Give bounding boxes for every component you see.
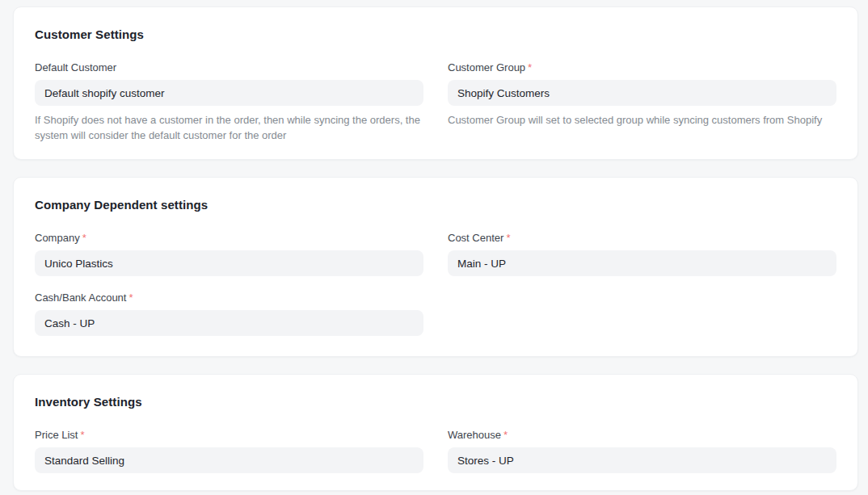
required-marker: * — [504, 429, 508, 441]
company-settings-grid-row2: Cash/Bank Account* — [35, 292, 836, 336]
default-customer-help: If Shopify does not have a customer in t… — [35, 112, 423, 143]
field-cash-bank-account: Cash/Bank Account* — [35, 292, 423, 336]
warehouse-input[interactable] — [448, 447, 836, 473]
cost-center-input[interactable] — [448, 250, 836, 276]
required-marker: * — [80, 429, 84, 441]
company-dependent-settings-card: Company Dependent settings Company* Cost… — [13, 177, 858, 357]
field-warehouse: Warehouse* — [448, 429, 836, 473]
price-list-input[interactable] — [35, 447, 423, 473]
cash-bank-account-input[interactable] — [35, 310, 423, 336]
company-settings-grid-row1: Company* Cost Center* — [35, 232, 836, 276]
required-marker: * — [129, 292, 133, 304]
default-customer-label: Default Customer — [35, 61, 116, 73]
price-list-label: Price List — [35, 429, 78, 441]
field-default-customer: Default Customer If Shopify does not hav… — [35, 61, 423, 143]
required-marker: * — [82, 232, 86, 244]
field-customer-group: Customer Group* Customer Group will set … — [448, 61, 836, 143]
customer-group-help: Customer Group will set to selected grou… — [448, 112, 836, 128]
customer-settings-grid: Default Customer If Shopify does not hav… — [35, 61, 836, 143]
company-input[interactable] — [35, 250, 423, 276]
customer-group-input[interactable] — [448, 80, 836, 106]
field-cost-center: Cost Center* — [448, 232, 836, 276]
cash-bank-account-label: Cash/Bank Account — [35, 292, 126, 304]
required-marker: * — [506, 232, 510, 244]
inventory-settings-title: Inventory Settings — [35, 395, 836, 409]
field-price-list: Price List* — [35, 429, 423, 473]
customer-group-label: Customer Group — [448, 61, 525, 73]
customer-settings-title: Customer Settings — [35, 27, 836, 42]
inventory-settings-grid: Price List* Warehouse* — [35, 429, 836, 473]
settings-page: Customer Settings Default Customer If Sh… — [0, 0, 868, 495]
warehouse-label: Warehouse — [448, 429, 501, 441]
required-marker: * — [528, 61, 532, 73]
company-label: Company — [35, 232, 80, 244]
field-company: Company* — [35, 232, 423, 276]
inventory-settings-card: Inventory Settings Price List* Warehouse… — [13, 374, 858, 491]
default-customer-input[interactable] — [35, 80, 423, 106]
empty-grid-cell — [448, 292, 836, 336]
company-dependent-settings-title: Company Dependent settings — [35, 198, 836, 212]
cost-center-label: Cost Center — [448, 232, 504, 244]
customer-settings-card: Customer Settings Default Customer If Sh… — [13, 6, 858, 160]
